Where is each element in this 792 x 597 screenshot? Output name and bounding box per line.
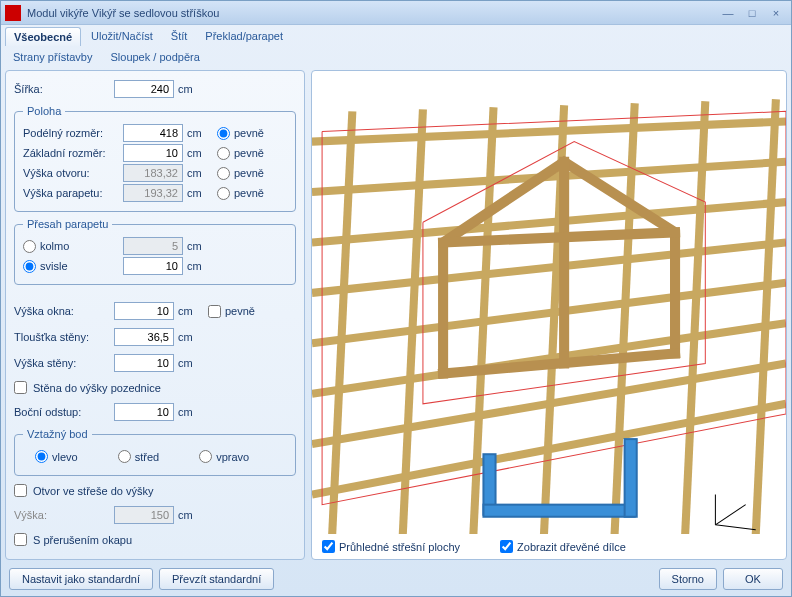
cancel-button[interactable]: Storno	[659, 568, 717, 590]
kolmo-row: kolmo cm	[23, 236, 287, 256]
tab-sloupek[interactable]: Sloupek / podpěra	[102, 48, 207, 66]
presah-legend: Přesah parapetu	[23, 218, 112, 230]
vyska-input	[114, 506, 174, 524]
tabs-primary: Všeobecné Uložit/Načíst Štít Překlad/par…	[1, 25, 791, 46]
vyska-steny-row: Výška stěny: cm	[14, 353, 296, 373]
ok-button[interactable]: OK	[723, 568, 783, 590]
svg-line-0	[312, 121, 786, 141]
vyska-parapetu-row: Výška parapetu: cm pevně	[23, 183, 287, 203]
width-unit: cm	[174, 83, 198, 95]
viewport-options: Průhledné střešní plochy Zobrazit dřevěn…	[312, 534, 786, 559]
svg-rect-20	[625, 439, 637, 517]
svg-line-21	[715, 505, 745, 525]
width-input[interactable]	[114, 80, 174, 98]
vyska-otvoru-radio[interactable]: pevně	[217, 167, 264, 180]
vyska-parapetu-radio[interactable]: pevně	[217, 187, 264, 200]
svg-line-3	[312, 242, 786, 292]
kolmo-radio[interactable]: kolmo	[23, 240, 123, 253]
set-standard-button[interactable]: Nastavit jako standardní	[9, 568, 153, 590]
tloustka-input[interactable]	[114, 328, 174, 346]
preview-canvas[interactable]	[312, 71, 786, 534]
window-title: Modul vikýře Vikýř se sedlovou stříškou	[27, 7, 715, 19]
width-row: Šířka: cm	[14, 79, 296, 99]
poloha-group: Poloha Podélný rozměr: cm pevně Základní…	[14, 105, 296, 212]
app-window: Modul vikýře Vikýř se sedlovou stříškou …	[0, 0, 792, 597]
podelny-radio[interactable]: pevně	[217, 127, 264, 140]
close-button[interactable]: ×	[765, 5, 787, 21]
vpravo-radio[interactable]: vpravo	[199, 450, 249, 463]
maximize-button[interactable]: □	[741, 5, 763, 21]
settings-panel: Šířka: cm Poloha Podélný rozměr: cm pevn…	[5, 70, 305, 560]
tabs-secondary: Strany přístavby Sloupek / podpěra	[1, 46, 791, 66]
take-standard-button[interactable]: Převzít standardní	[159, 568, 274, 590]
tab-ulozit[interactable]: Uložit/Načíst	[83, 27, 161, 46]
content-area: Šířka: cm Poloha Podélný rozměr: cm pevn…	[1, 66, 791, 564]
vyska-otvoru-row: Výška otvoru: cm pevně	[23, 163, 287, 183]
tab-stit[interactable]: Štít	[163, 27, 196, 46]
show-wood-chk[interactable]: Zobrazit dřevěné dílce	[500, 540, 626, 553]
bocni-row: Boční odstup: cm	[14, 402, 296, 422]
minimize-button[interactable]: —	[717, 5, 739, 21]
vztazny-group: Vztažný bod vlevo střed vpravo	[14, 428, 296, 476]
stena-chk[interactable]: Stěna do výšky pozednice	[14, 379, 296, 396]
tab-preklad[interactable]: Překlad/parapet	[197, 27, 291, 46]
vztazny-legend: Vztažný bod	[23, 428, 92, 440]
width-label: Šířka:	[14, 83, 114, 95]
footer: Nastavit jako standardní Převzít standar…	[1, 564, 791, 596]
svisle-row: svisle cm	[23, 256, 287, 276]
zakladni-input[interactable]	[123, 144, 183, 162]
dormer-scene-icon	[312, 71, 786, 534]
zakladni-radio[interactable]: pevně	[217, 147, 264, 160]
svg-line-17	[443, 232, 675, 242]
svg-rect-19	[483, 505, 634, 517]
zakladni-row: Základní rozměr: cm pevně	[23, 143, 287, 163]
transparent-roof-chk[interactable]: Průhledné střešní plochy	[322, 540, 460, 553]
poloha-legend: Poloha	[23, 105, 65, 117]
vyska-row: Výška: cm	[14, 505, 296, 525]
bocni-input[interactable]	[114, 403, 174, 421]
presah-group: Přesah parapetu kolmo cm svisle cm	[14, 218, 296, 285]
kolmo-input	[123, 237, 183, 255]
app-logo-icon	[5, 5, 21, 21]
svg-line-22	[715, 525, 755, 530]
tab-strany[interactable]: Strany přístavby	[5, 48, 100, 66]
otvor-chk[interactable]: Otvor ve střeše do výšky	[14, 482, 296, 499]
podelny-input[interactable]	[123, 124, 183, 142]
vyska-okna-chk[interactable]: pevně	[208, 305, 255, 318]
preruseni-chk[interactable]: S přerušením okapu	[14, 531, 296, 548]
vyska-okna-input[interactable]	[114, 302, 174, 320]
vyska-parapetu-input	[123, 184, 183, 202]
vyska-otvoru-input	[123, 164, 183, 182]
podelny-row: Podélný rozměr: cm pevně	[23, 123, 287, 143]
svg-line-8	[332, 111, 352, 534]
vyska-steny-input[interactable]	[114, 354, 174, 372]
titlebar: Modul vikýře Vikýř se sedlovou stříškou …	[1, 1, 791, 25]
stred-radio[interactable]: střed	[118, 450, 159, 463]
vyska-okna-row: Výška okna: cm pevně	[14, 301, 296, 321]
svisle-radio[interactable]: svisle	[23, 260, 123, 273]
preview-viewport: Průhledné střešní plochy Zobrazit dřevěn…	[311, 70, 787, 560]
vlevo-radio[interactable]: vlevo	[35, 450, 78, 463]
tloustka-row: Tloušťka stěny: cm	[14, 327, 296, 347]
tab-vseobecne[interactable]: Všeobecné	[5, 27, 81, 46]
svisle-input[interactable]	[123, 257, 183, 275]
